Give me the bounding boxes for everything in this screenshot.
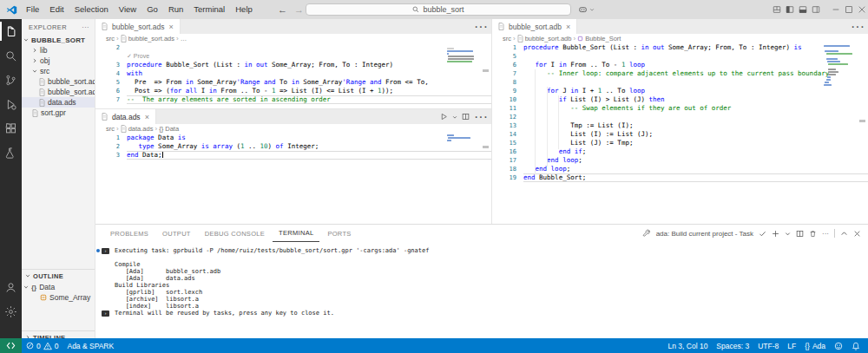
command-decoration-dot[interactable] <box>96 249 100 252</box>
terminal-task-label[interactable]: ada: Build current project - Task <box>656 230 753 238</box>
panel-tab-terminal[interactable]: TERMINAL <box>273 225 319 242</box>
minimap[interactable] <box>447 45 473 63</box>
close-tab-icon[interactable]: × <box>169 23 174 31</box>
maximize-panel-button[interactable] <box>840 230 848 238</box>
menu-terminal[interactable]: Terminal <box>188 0 230 19</box>
panel-tab-output[interactable]: OUTPUT <box>156 225 197 242</box>
tree-root-bubble-sort[interactable]: BUBBLE_SORT <box>22 35 95 45</box>
terminal-more-actions-icon[interactable]: ··· <box>822 230 829 238</box>
testing-activity-icon[interactable] <box>0 141 22 165</box>
terminal-line: Compile <box>95 261 859 268</box>
line-number: 7 <box>95 95 120 104</box>
code-editor[interactable]: 1procedure Bubble_Sort (List : in out So… <box>492 43 868 182</box>
braces-icon: {} <box>805 342 810 350</box>
outline-header[interactable]: OUTLINE <box>22 270 95 282</box>
minimap[interactable] <box>447 134 473 142</box>
minimap[interactable] <box>824 45 850 87</box>
breadcrumb-item[interactable]: src <box>106 35 115 42</box>
indentation-status[interactable]: Spaces: 3 <box>712 338 753 353</box>
close-tab-icon[interactable]: × <box>566 23 570 31</box>
menu-help[interactable]: Help <box>230 0 258 19</box>
prove-codelens[interactable]: ✓ Prove <box>95 52 149 61</box>
breadcrumb-item[interactable]: … <box>181 35 187 42</box>
tree-item-obj[interactable]: obj <box>22 56 95 66</box>
type-symbol-icon <box>40 294 47 301</box>
search-activity-icon[interactable] <box>0 43 22 68</box>
panel-tab-debug-console[interactable]: DEBUG CONSOLE <box>199 225 271 242</box>
panel-tab-problems[interactable]: PROBLEMS <box>104 225 155 242</box>
encoding-status[interactable]: UTF-8 <box>753 338 783 353</box>
maximize-icon[interactable] <box>842 0 855 19</box>
split-editor-icon[interactable] <box>462 113 470 121</box>
breadcrumb-item[interactable]: bubble_sort.ads <box>121 35 174 42</box>
settings-icon[interactable] <box>0 299 22 324</box>
tree-item-lib[interactable]: lib <box>22 45 95 56</box>
editor-more-actions-icon[interactable]: ··· <box>474 109 488 125</box>
close-panel-button[interactable] <box>853 230 861 238</box>
customize-layout-icon[interactable] <box>770 0 783 19</box>
breadcrumb-item[interactable]: src <box>106 125 115 133</box>
terminal-dropdown-icon[interactable] <box>785 231 791 237</box>
breadcrumb-item[interactable]: data.ads <box>121 125 154 133</box>
copilot-button[interactable] <box>578 3 595 16</box>
scrollbar-mark[interactable] <box>483 146 489 148</box>
run-dropdown-icon[interactable] <box>452 114 457 120</box>
code-editor[interactable]: 2✓ Prove3procedure Bubble_Sort (List : i… <box>95 43 491 104</box>
line-number: 12 <box>492 113 516 121</box>
close-tab-icon[interactable]: × <box>145 113 149 121</box>
kill-terminal-button[interactable] <box>809 230 817 238</box>
tree-item-src[interactable]: src <box>22 66 95 76</box>
breadcrumb-item[interactable]: {} Data <box>159 125 179 133</box>
run-file-button[interactable] <box>440 113 448 121</box>
tree-item-data-ads[interactable]: data.ads <box>22 97 95 108</box>
toggle-secondary-sidebar-icon[interactable] <box>809 0 822 19</box>
menu-selection[interactable]: Selection <box>69 0 114 19</box>
tab-data-ads[interactable]: data.ads× <box>95 109 156 124</box>
code-editor[interactable]: 1package Data is2 type Some_Array is arr… <box>95 134 491 160</box>
eol-status[interactable]: LF <box>783 338 800 353</box>
source-control-activity-icon[interactable] <box>0 68 22 92</box>
tree-item-sort-gpr[interactable]: sort.gpr <box>22 108 95 118</box>
tab-bubble_sort-adb[interactable]: bubble_sort.adb× <box>492 19 577 34</box>
extensions-activity-icon[interactable] <box>0 116 22 141</box>
breadcrumb-item[interactable]: src <box>503 35 511 42</box>
breadcrumb-item[interactable]: bubble_sort.adb <box>517 35 572 42</box>
menu-file[interactable]: File <box>21 0 44 19</box>
run-debug-activity-icon[interactable] <box>0 92 22 116</box>
editor-more-actions-icon[interactable]: ··· <box>474 19 488 35</box>
nav-forward-icon[interactable]: → <box>294 4 304 15</box>
menu-go[interactable]: Go <box>141 0 163 19</box>
terminal-output[interactable]: ›Executing task: gprbuild -P /home/ruiz/… <box>95 247 859 338</box>
scrollbar-mark[interactable] <box>483 69 489 72</box>
tree-item-bubble-sort-ads[interactable]: bubble_sort.ads <box>22 87 95 97</box>
toggle-primary-sidebar-icon[interactable] <box>783 0 796 19</box>
breadcrumb-item[interactable]: Bubble_Sort <box>577 35 621 42</box>
panel-tab-ports[interactable]: PORTS <box>321 225 357 242</box>
command-center-search[interactable]: bubble_sort <box>306 3 571 16</box>
remote-indicator[interactable] <box>0 338 22 353</box>
language-mode-status[interactable]: {} Ada <box>800 338 830 353</box>
menu-edit[interactable]: Edit <box>44 0 69 19</box>
explorer-more-actions-icon[interactable]: ··· <box>82 23 89 31</box>
problems-status[interactable]: 0 0 <box>22 338 62 353</box>
outline-item-some_array[interactable]: Some_Array <box>22 292 95 303</box>
split-terminal-button[interactable] <box>796 230 804 238</box>
explorer-activity-icon[interactable] <box>0 19 22 43</box>
account-icon[interactable] <box>0 275 22 299</box>
menu-view[interactable]: View <box>114 0 141 19</box>
minimize-icon[interactable] <box>829 0 842 19</box>
close-icon[interactable] <box>855 0 868 19</box>
menu-run[interactable]: Run <box>163 0 188 19</box>
new-terminal-button[interactable] <box>772 230 779 238</box>
scrollbar-mark[interactable] <box>859 120 865 122</box>
toggle-panel-icon[interactable] <box>796 0 809 19</box>
ada-spark-status[interactable]: Ada & SPARK <box>62 338 118 353</box>
cursor-position-status[interactable]: Ln 3, Col 10 <box>664 338 713 353</box>
tab-bubble_sort-ads[interactable]: bubble_sort.ads× <box>95 19 181 34</box>
notifications-bell-icon[interactable] <box>847 338 865 353</box>
tree-item-bubble-sort-adb[interactable]: bubble_sort.adb <box>22 76 95 87</box>
feedback-smiley-icon[interactable] <box>830 338 847 353</box>
outline-item-data[interactable]: {}Data <box>22 282 95 292</box>
nav-back-icon[interactable]: ← <box>278 4 287 15</box>
editor-more-actions-icon[interactable]: ··· <box>851 19 865 35</box>
